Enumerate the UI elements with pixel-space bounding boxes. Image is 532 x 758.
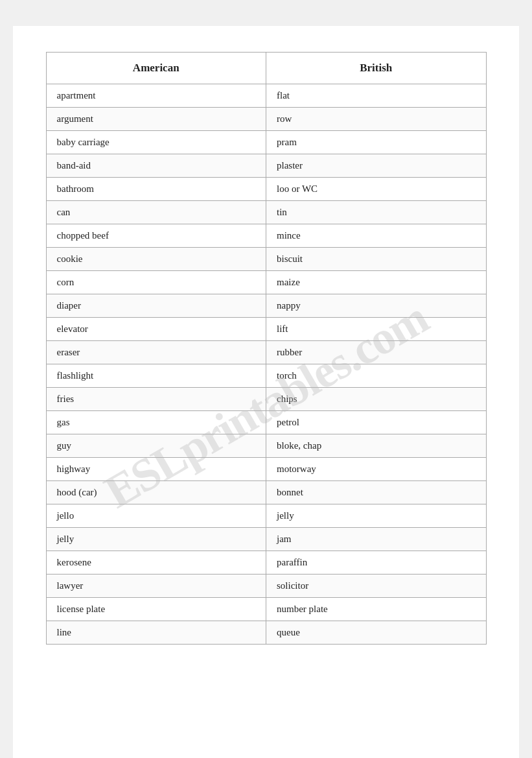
cell-british: mince [266, 224, 487, 248]
cell-american: kerosene [46, 551, 266, 574]
cell-american: fries [46, 388, 266, 411]
cell-british: tin [266, 201, 487, 224]
cell-american: license plate [46, 598, 266, 621]
cell-american: flashlight [46, 364, 266, 388]
cell-american: band-aid [46, 154, 266, 178]
table-header-row: American British [46, 53, 486, 84]
cell-british: maize [266, 271, 487, 294]
cell-british: nappy [266, 294, 487, 318]
cell-american: corn [46, 271, 266, 294]
cell-american: lawyer [46, 574, 266, 598]
cell-british: number plate [266, 598, 487, 621]
cell-american: apartment [46, 84, 266, 108]
table-row: guybloke, chap [46, 434, 486, 458]
page-container: ESLprintables.com American British apart… [13, 26, 519, 758]
cell-american: jello [46, 504, 266, 528]
cell-british: torch [266, 364, 487, 388]
cell-british: chips [266, 388, 487, 411]
cell-british: row [266, 108, 487, 131]
cell-british: queue [266, 621, 487, 645]
table-row: elevatorlift [46, 318, 486, 341]
table-row: frieschips [46, 388, 486, 411]
cell-british: biscuit [266, 248, 487, 271]
cell-british: motorway [266, 458, 487, 481]
cell-american: guy [46, 434, 266, 458]
table-row: chopped beefmince [46, 224, 486, 248]
cell-american: eraser [46, 341, 266, 364]
table-row: band-aidplaster [46, 154, 486, 178]
table-row: cornmaize [46, 271, 486, 294]
cell-american: argument [46, 108, 266, 131]
cell-american: elevator [46, 318, 266, 341]
cell-british: petrol [266, 411, 487, 434]
cell-american: hood (car) [46, 481, 266, 504]
cell-british: rubber [266, 341, 487, 364]
table-row: license platenumber plate [46, 598, 486, 621]
table-row: highwaymotorway [46, 458, 486, 481]
cell-american: gas [46, 411, 266, 434]
cell-american: chopped beef [46, 224, 266, 248]
cell-british: loo or WC [266, 178, 487, 201]
table-row: keroseneparaffin [46, 551, 486, 574]
cell-american: bathroom [46, 178, 266, 201]
cell-british: bloke, chap [266, 434, 487, 458]
table-row: linequeue [46, 621, 486, 645]
cell-american: line [46, 621, 266, 645]
table-row: jellojelly [46, 504, 486, 528]
cell-american: baby carriage [46, 131, 266, 154]
cell-american: diaper [46, 294, 266, 318]
cell-american: jelly [46, 528, 266, 551]
cell-american: can [46, 201, 266, 224]
cell-british: pram [266, 131, 487, 154]
table-row: apartmentflat [46, 84, 486, 108]
table-body: apartmentflatargumentrowbaby carriagepra… [46, 84, 486, 645]
cell-american: cookie [46, 248, 266, 271]
cell-british: solicitor [266, 574, 487, 598]
table-row: gaspetrol [46, 411, 486, 434]
cell-british: lift [266, 318, 487, 341]
cell-british: bonnet [266, 481, 487, 504]
table-row: eraserrubber [46, 341, 486, 364]
cell-british: jam [266, 528, 487, 551]
table-row: cookiebiscuit [46, 248, 486, 271]
vocab-table: American British apartmentflatargumentro… [46, 52, 487, 645]
cell-british: plaster [266, 154, 487, 178]
table-row: jellyjam [46, 528, 486, 551]
table-row: diapernappy [46, 294, 486, 318]
cell-american: highway [46, 458, 266, 481]
table-row: hood (car)bonnet [46, 481, 486, 504]
table-row: argumentrow [46, 108, 486, 131]
header-american: American [46, 53, 266, 84]
table-row: bathroomloo or WC [46, 178, 486, 201]
table-row: baby carriagepram [46, 131, 486, 154]
cell-british: paraffin [266, 551, 487, 574]
cell-british: jelly [266, 504, 487, 528]
cell-british: flat [266, 84, 487, 108]
header-british: British [266, 53, 487, 84]
table-row: flashlighttorch [46, 364, 486, 388]
table-row: lawyersolicitor [46, 574, 486, 598]
table-row: cantin [46, 201, 486, 224]
